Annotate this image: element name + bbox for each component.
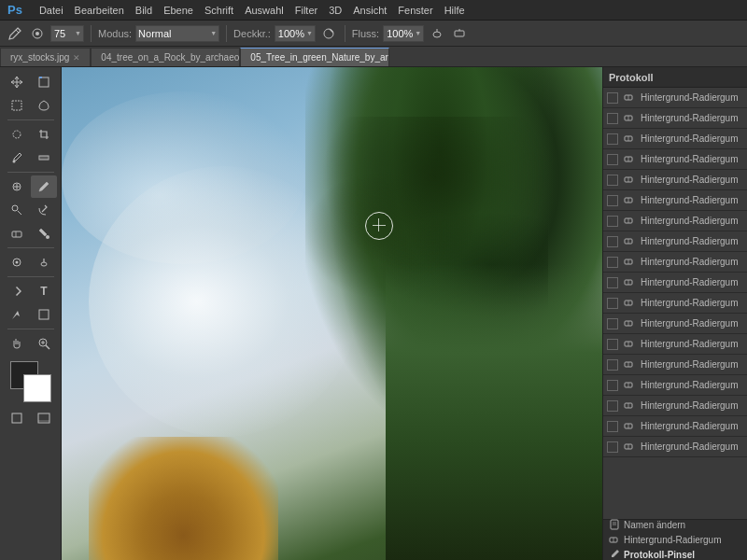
crop-tool[interactable] bbox=[31, 123, 57, 146]
protocol-text-1: Hintergrund-Radiergum bbox=[641, 92, 739, 103]
clone-tool[interactable] bbox=[4, 199, 30, 221]
menu-item-filter[interactable]: Filter bbox=[289, 3, 323, 18]
shape-tool[interactable] bbox=[31, 303, 57, 326]
tab-close-tab1[interactable]: ✕ bbox=[73, 53, 80, 63]
protocol-item-18[interactable]: Hintergrund-Radiergum bbox=[603, 437, 747, 457]
tool-row-4 bbox=[4, 147, 57, 169]
svg-point-4 bbox=[433, 32, 441, 37]
svg-point-27 bbox=[41, 262, 47, 266]
check-icon-13 bbox=[607, 339, 618, 350]
svg-rect-34 bbox=[12, 413, 21, 423]
standard-mode[interactable] bbox=[4, 407, 30, 429]
protocol-item-8[interactable]: Hintergrund-Radiergum bbox=[603, 231, 747, 252]
protocol-item-6[interactable]: Hintergrund-Radiergum bbox=[603, 190, 747, 211]
menu-item-schrift[interactable]: Schrift bbox=[199, 3, 239, 18]
svg-rect-22 bbox=[12, 231, 21, 237]
eraser-icon-9 bbox=[622, 255, 637, 270]
brush-tool-icon[interactable] bbox=[6, 24, 24, 43]
protocol-item-2[interactable]: Hintergrund-Radiergum bbox=[603, 108, 747, 129]
menu-item-datei[interactable]: Datei bbox=[34, 3, 69, 18]
menu-item-hilfe[interactable]: Hilfe bbox=[439, 3, 471, 18]
svg-point-12 bbox=[13, 161, 16, 163]
protocol-text-9: Hintergrund-Radiergum bbox=[641, 257, 739, 267]
tab-tab2[interactable]: 04_tree_on_a_Rock_by_archaeopteryx_stock… bbox=[91, 48, 240, 66]
cursor-crosshair-h bbox=[373, 225, 386, 226]
airbrush-icon[interactable] bbox=[428, 24, 446, 43]
svg-rect-35 bbox=[38, 413, 49, 423]
brush-tool-sidebar[interactable] bbox=[31, 175, 57, 198]
screen-mode[interactable] bbox=[31, 407, 57, 429]
hand-tool[interactable] bbox=[4, 332, 30, 355]
pen-tool[interactable] bbox=[4, 280, 30, 302]
menu-item-ebene[interactable]: Ebene bbox=[158, 3, 199, 18]
dodge-tool[interactable] bbox=[31, 251, 57, 273]
footer-item-radiergum[interactable]: Hintergrund-Radiergum bbox=[609, 534, 741, 547]
protocol-item-10[interactable]: Hintergrund-Radiergum bbox=[603, 273, 747, 293]
brush-size-input[interactable]: 75 bbox=[50, 25, 84, 42]
tab-tab3[interactable]: 05_Tree_in_green_Nature_by_arc✕ bbox=[240, 48, 389, 66]
path-select-tool[interactable] bbox=[4, 303, 30, 326]
protocol-item-1[interactable]: Hintergrund-Radiergum bbox=[603, 88, 747, 108]
protocol-item-14[interactable]: Hintergrund-Radiergum bbox=[603, 355, 747, 375]
tool-row-5 bbox=[4, 175, 57, 198]
tab-label-tab3: 05_Tree_in_green_Nature_by_arc bbox=[250, 52, 389, 63]
marquee-tool[interactable] bbox=[4, 94, 30, 117]
tab-tab1[interactable]: ryx_stocks.jpg✕ bbox=[0, 48, 91, 66]
artboard-tool[interactable] bbox=[31, 71, 57, 93]
menu-item-bearbeiten[interactable]: Bearbeiten bbox=[69, 3, 130, 18]
tool-row-10 bbox=[4, 303, 57, 326]
eraser-tool[interactable] bbox=[4, 222, 30, 245]
menu-item-fenster[interactable]: Fenster bbox=[392, 3, 438, 18]
footer-item-namen[interactable]: Namen ändern bbox=[609, 519, 741, 532]
protocol-item-15[interactable]: Hintergrund-Radiergum bbox=[603, 375, 747, 396]
fluss-input[interactable]: 100% bbox=[383, 25, 424, 42]
tools-panel: T bbox=[0, 67, 62, 560]
quick-select-tool[interactable] bbox=[4, 123, 30, 146]
fill-tool[interactable] bbox=[31, 222, 57, 245]
protocol-item-13[interactable]: Hintergrund-Radiergum bbox=[603, 334, 747, 355]
protocol-text-5: Hintergrund-Radiergum bbox=[641, 175, 739, 185]
menu-item-auswahl[interactable]: Auswahl bbox=[239, 3, 289, 18]
protocol-item-17[interactable]: Hintergrund-Radiergum bbox=[603, 416, 747, 437]
protocol-item-7[interactable]: Hintergrund-Radiergum bbox=[603, 211, 747, 231]
deckkr-input[interactable]: 100% bbox=[275, 25, 316, 42]
modus-select[interactable]: Normal Auflösen Abdunkeln bbox=[135, 25, 219, 42]
deckkr-icon[interactable] bbox=[319, 24, 338, 43]
history-brush-tool[interactable] bbox=[31, 199, 57, 221]
ruler-tool[interactable] bbox=[31, 147, 57, 169]
protocol-item-9[interactable]: Hintergrund-Radiergum bbox=[603, 252, 747, 273]
move-tool[interactable] bbox=[4, 71, 30, 93]
check-icon-3 bbox=[607, 133, 618, 145]
menu-item-ansicht[interactable]: Ansicht bbox=[347, 3, 392, 18]
protocol-text-11: Hintergrund-Radiergum bbox=[641, 298, 739, 308]
protocol-item-12[interactable]: Hintergrund-Radiergum bbox=[603, 314, 747, 334]
heal-tool[interactable] bbox=[4, 175, 30, 198]
menu-item-bild[interactable]: Bild bbox=[130, 3, 158, 18]
protocol-item-4[interactable]: Hintergrund-Radiergum bbox=[603, 149, 747, 170]
menu-item-3d[interactable]: 3D bbox=[323, 3, 347, 18]
footer-item-pinsel[interactable]: Protokoll-Pinsel bbox=[609, 549, 741, 561]
zoom-tool[interactable] bbox=[31, 332, 57, 355]
protocol-item-11[interactable]: Hintergrund-Radiergum bbox=[603, 293, 747, 314]
protocol-item-3[interactable]: Hintergrund-Radiergum bbox=[603, 129, 747, 149]
eraser-icon-12 bbox=[622, 316, 637, 331]
deckkr-wrap: 100% bbox=[275, 25, 316, 42]
tool-sep-3 bbox=[7, 247, 54, 248]
svg-rect-8 bbox=[39, 77, 49, 87]
brush-options-icon[interactable] bbox=[28, 24, 47, 43]
check-icon-14 bbox=[607, 359, 618, 371]
eyedropper-tool[interactable] bbox=[4, 147, 30, 169]
blur-tool[interactable] bbox=[4, 251, 30, 273]
text-tool[interactable]: T bbox=[31, 280, 57, 302]
svg-point-11 bbox=[13, 131, 21, 138]
canvas-area[interactable] bbox=[62, 67, 602, 560]
protocol-item-16[interactable]: Hintergrund-Radiergum bbox=[603, 396, 747, 416]
svg-point-26 bbox=[16, 261, 19, 264]
background-color-swatch[interactable] bbox=[23, 374, 51, 402]
check-icon-2 bbox=[607, 113, 618, 124]
menu-bar: Ps DateiBearbeitenBildEbeneSchriftAuswah… bbox=[0, 0, 747, 21]
footer-icon-namen bbox=[609, 519, 620, 532]
lasso-tool[interactable] bbox=[31, 94, 57, 117]
pressure-icon[interactable] bbox=[450, 24, 469, 43]
protocol-item-5[interactable]: Hintergrund-Radiergum bbox=[603, 170, 747, 190]
